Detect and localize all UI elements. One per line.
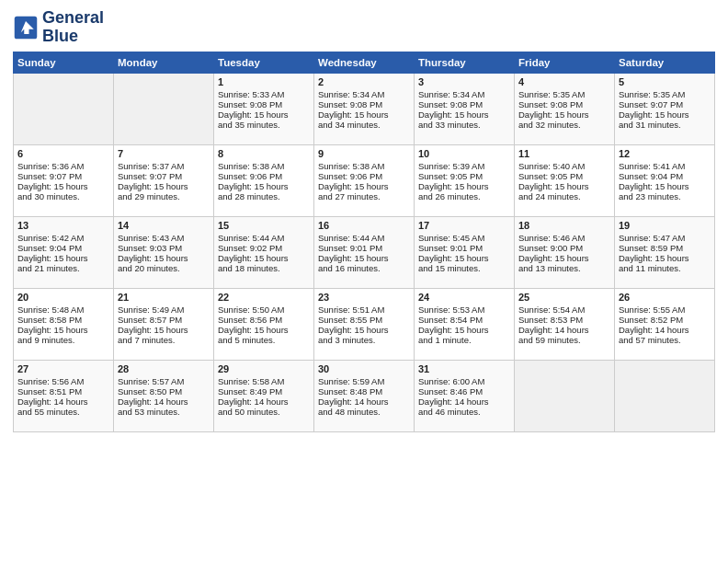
cell-text: and 48 minutes.: [318, 407, 410, 417]
cell-text: and 15 minutes.: [418, 263, 510, 273]
cell-text: Sunrise: 5:34 AM: [418, 89, 510, 99]
cell-text: and 55 minutes.: [17, 407, 109, 417]
calendar-cell: 19Sunrise: 5:47 AMSunset: 8:59 PMDayligh…: [615, 216, 715, 288]
cell-text: Sunrise: 5:38 AM: [318, 161, 410, 171]
calendar-cell: 3Sunrise: 5:34 AMSunset: 9:08 PMDaylight…: [415, 73, 515, 144]
cell-text: Daylight: 15 hours: [218, 253, 310, 263]
calendar-cell: 6Sunrise: 5:36 AMSunset: 9:07 PMDaylight…: [14, 144, 114, 216]
day-number: 12: [619, 148, 711, 159]
cell-text: Sunrise: 5:33 AM: [218, 89, 310, 99]
calendar-cell: 13Sunrise: 5:42 AMSunset: 9:04 PMDayligh…: [14, 216, 114, 288]
header: General Blue: [13, 9, 715, 46]
cell-text: Sunrise: 5:41 AM: [619, 161, 711, 171]
cell-text: Sunset: 9:05 PM: [418, 171, 510, 181]
logo-text: General Blue: [42, 9, 104, 46]
cell-text: Sunrise: 6:00 AM: [418, 376, 510, 386]
cell-text: and 28 minutes.: [218, 191, 310, 201]
cell-text: Daylight: 15 hours: [518, 253, 610, 263]
day-number: 31: [418, 363, 510, 374]
cell-text: and 29 minutes.: [118, 191, 210, 201]
cell-text: Sunrise: 5:47 AM: [619, 233, 711, 243]
calendar-cell: 22Sunrise: 5:50 AMSunset: 8:56 PMDayligh…: [214, 288, 314, 360]
calendar-table: SundayMondayTuesdayWednesdayThursdayFrid…: [13, 52, 715, 432]
calendar-cell: 20Sunrise: 5:48 AMSunset: 8:58 PMDayligh…: [14, 288, 114, 360]
day-number: 3: [418, 76, 510, 87]
day-number: 17: [418, 220, 510, 231]
cell-text: Sunrise: 5:59 AM: [318, 376, 410, 386]
calendar-body: 1Sunrise: 5:33 AMSunset: 9:08 PMDaylight…: [14, 73, 715, 431]
cell-text: Daylight: 15 hours: [17, 253, 109, 263]
day-number: 23: [318, 292, 410, 303]
cell-text: Sunrise: 5:42 AM: [17, 233, 109, 243]
cell-text: and 16 minutes.: [318, 263, 410, 273]
calendar-cell: 18Sunrise: 5:46 AMSunset: 9:00 PMDayligh…: [515, 216, 615, 288]
calendar-cell: 30Sunrise: 5:59 AMSunset: 8:48 PMDayligh…: [314, 360, 415, 431]
calendar-cell: 15Sunrise: 5:44 AMSunset: 9:02 PMDayligh…: [214, 216, 314, 288]
day-number: 5: [619, 76, 711, 87]
day-number: 1: [218, 76, 310, 87]
day-number: 24: [418, 292, 510, 303]
calendar-cell: 9Sunrise: 5:38 AMSunset: 9:06 PMDaylight…: [314, 144, 415, 216]
cell-text: Daylight: 14 hours: [418, 396, 510, 407]
cell-text: Sunset: 9:05 PM: [518, 171, 610, 181]
cell-text: Daylight: 15 hours: [619, 109, 711, 120]
cell-text: Sunrise: 5:56 AM: [17, 376, 109, 386]
cell-text: Sunset: 8:54 PM: [418, 315, 510, 325]
cell-text: Sunset: 8:48 PM: [318, 386, 410, 396]
cell-text: and 11 minutes.: [619, 263, 711, 273]
calendar-cell: 8Sunrise: 5:38 AMSunset: 9:06 PMDaylight…: [214, 144, 314, 216]
cell-text: Sunrise: 5:44 AM: [218, 233, 310, 243]
cell-text: Sunset: 9:08 PM: [218, 99, 310, 109]
cell-text: Sunrise: 5:55 AM: [619, 304, 711, 315]
day-number: 27: [17, 363, 109, 374]
day-number: 30: [318, 363, 410, 374]
calendar-cell: 27Sunrise: 5:56 AMSunset: 8:51 PMDayligh…: [14, 360, 114, 431]
cell-text: and 33 minutes.: [418, 120, 510, 130]
cell-text: Daylight: 15 hours: [318, 325, 410, 335]
cell-text: Daylight: 14 hours: [218, 396, 310, 407]
calendar-cell: [114, 73, 214, 144]
cell-text: Sunrise: 5:40 AM: [518, 161, 610, 171]
calendar-cell: 25Sunrise: 5:54 AMSunset: 8:53 PMDayligh…: [515, 288, 615, 360]
cell-text: Sunrise: 5:38 AM: [218, 161, 310, 171]
cell-text: and 26 minutes.: [418, 191, 510, 201]
day-number: 6: [17, 148, 109, 159]
cell-text: and 3 minutes.: [318, 335, 410, 345]
cell-text: Daylight: 15 hours: [318, 253, 410, 263]
day-number: 4: [518, 76, 610, 87]
calendar-cell: 31Sunrise: 6:00 AMSunset: 8:46 PMDayligh…: [415, 360, 515, 431]
cell-text: Sunset: 8:55 PM: [318, 315, 410, 325]
cell-text: Sunset: 8:56 PM: [218, 315, 310, 325]
calendar-cell: 12Sunrise: 5:41 AMSunset: 9:04 PMDayligh…: [615, 144, 715, 216]
cell-text: and 31 minutes.: [619, 120, 711, 130]
cell-text: Daylight: 15 hours: [218, 181, 310, 191]
cell-text: Daylight: 15 hours: [218, 325, 310, 335]
cell-text: Sunset: 9:04 PM: [619, 171, 711, 181]
cell-text: Daylight: 15 hours: [318, 181, 410, 191]
calendar-cell: 11Sunrise: 5:40 AMSunset: 9:05 PMDayligh…: [515, 144, 615, 216]
cell-text: and 34 minutes.: [318, 120, 410, 130]
calendar-cell: 28Sunrise: 5:57 AMSunset: 8:50 PMDayligh…: [114, 360, 214, 431]
calendar-cell: 16Sunrise: 5:44 AMSunset: 9:01 PMDayligh…: [314, 216, 415, 288]
weekday-header: Wednesday: [314, 52, 415, 73]
calendar-cell: 2Sunrise: 5:34 AMSunset: 9:08 PMDaylight…: [314, 73, 415, 144]
cell-text: Sunrise: 5:34 AM: [318, 89, 410, 99]
day-number: 13: [17, 220, 109, 231]
cell-text: Sunset: 8:50 PM: [118, 386, 210, 396]
cell-text: Sunrise: 5:46 AM: [518, 233, 610, 243]
page-container: General Blue SundayMondayTuesdayWednesda…: [0, 0, 728, 442]
day-number: 8: [218, 148, 310, 159]
cell-text: Daylight: 15 hours: [218, 109, 310, 120]
cell-text: Daylight: 15 hours: [418, 181, 510, 191]
weekday-header: Friday: [515, 52, 615, 73]
cell-text: and 13 minutes.: [518, 263, 610, 273]
cell-text: and 50 minutes.: [218, 407, 310, 417]
cell-text: Sunrise: 5:35 AM: [619, 89, 711, 99]
calendar-cell: 21Sunrise: 5:49 AMSunset: 8:57 PMDayligh…: [114, 288, 214, 360]
cell-text: Sunset: 9:06 PM: [318, 171, 410, 181]
cell-text: Sunrise: 5:37 AM: [118, 161, 210, 171]
cell-text: Sunset: 8:53 PM: [518, 315, 610, 325]
weekday-header: Thursday: [415, 52, 515, 73]
calendar-week-row: 1Sunrise: 5:33 AMSunset: 9:08 PMDaylight…: [14, 73, 715, 144]
day-number: 25: [518, 292, 610, 303]
